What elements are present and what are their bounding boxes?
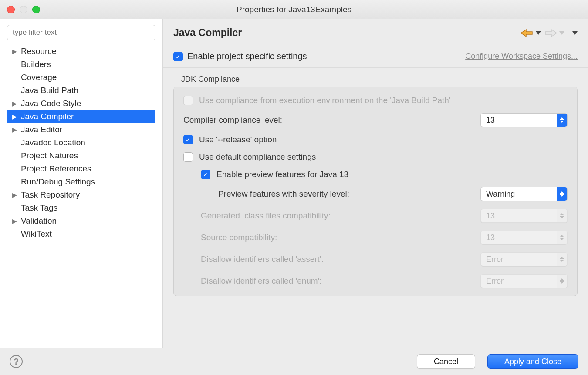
chevron-right-icon: ▶	[12, 100, 19, 107]
chevron-right-icon: ▶	[12, 126, 19, 133]
sidebar-item-java-editor[interactable]: ▶Java Editor	[10, 123, 162, 136]
disallow-enum-label: Disallow identifiers called 'enum':	[201, 276, 322, 286]
category-tree: ▶Resource▶Builders▶Coverage▶Java Build P…	[0, 45, 162, 241]
sidebar-item-javadoc-location[interactable]: ▶Javadoc Location	[10, 136, 162, 149]
sidebar-item-project-natures[interactable]: ▶Project Natures	[10, 149, 162, 162]
enable-project-specific-checkbox[interactable]: ✓ Enable project specific settings	[173, 51, 307, 61]
footer: ? Cancel Apply and Close	[0, 348, 588, 375]
sidebar-item-label: Resource	[19, 47, 56, 56]
preview-severity-label: Preview features with severity level:	[218, 189, 349, 199]
class-compat-label: Generated .class files compatibility:	[201, 211, 331, 221]
arrow-right-icon	[544, 28, 558, 38]
configure-workspace-link[interactable]: Configure Workspace Settings...	[465, 52, 578, 61]
sidebar-item-wikitext[interactable]: ▶WikiText	[10, 228, 162, 241]
sidebar-item-label: Task Repository	[19, 190, 80, 200]
preview-severity-select[interactable]: Warning	[480, 187, 568, 201]
sidebar-item-builders[interactable]: ▶Builders	[10, 58, 162, 71]
use-exec-env-label: Use compliance from execution environmen…	[199, 96, 451, 105]
sidebar-item-label: Validation	[19, 216, 57, 226]
sidebar-item-java-build-path[interactable]: ▶Java Build Path	[10, 84, 162, 97]
use-default-compliance-label: Use default compliance settings	[199, 152, 316, 162]
window-controls	[0, 6, 40, 13]
sidebar-item-label: Java Compiler	[19, 112, 74, 121]
use-release-checkbox[interactable]: ✓	[183, 135, 193, 144]
sidebar-item-label: Java Editor	[19, 125, 62, 134]
select-stepper-icon	[557, 188, 567, 201]
sidebar: ▶Resource▶Builders▶Coverage▶Java Build P…	[0, 19, 163, 348]
select-stepper-icon	[557, 209, 567, 222]
java-build-path-link[interactable]: 'Java Build Path'	[390, 96, 450, 105]
sidebar-item-label: Project References	[19, 164, 91, 174]
checkbox-icon: ✓	[173, 52, 183, 61]
sidebar-item-label: Java Build Path	[19, 86, 78, 95]
sidebar-item-task-tags[interactable]: ▶Task Tags	[10, 201, 162, 214]
jdk-compliance-group: Use compliance from execution environmen…	[173, 87, 578, 296]
chevron-right-icon: ▶	[12, 48, 19, 55]
enable-project-specific-label: Enable project specific settings	[187, 51, 307, 61]
sidebar-item-project-references[interactable]: ▶Project References	[10, 162, 162, 175]
chevron-down-icon	[536, 31, 541, 35]
use-release-label: Use '--release' option	[199, 135, 277, 144]
select-stepper-icon	[557, 253, 567, 266]
sidebar-item-java-compiler[interactable]: ▶Java Compiler	[7, 110, 155, 123]
chevron-right-icon: ▶	[12, 113, 19, 120]
titlebar: Properties for Java13Examples	[0, 0, 588, 19]
arrow-left-icon	[520, 28, 534, 38]
menu-dropdown-icon[interactable]	[572, 31, 578, 35]
apply-and-close-button[interactable]: Apply and Close	[487, 354, 578, 369]
help-button[interactable]: ?	[10, 355, 23, 368]
compliance-level-select[interactable]: 13	[480, 113, 568, 127]
select-stepper-icon	[557, 231, 567, 244]
enable-preview-label: Enable preview features for Java 13	[216, 170, 348, 179]
nav-icons	[520, 28, 578, 38]
nav-forward-button[interactable]	[544, 28, 564, 38]
minimize-window-button[interactable]	[20, 6, 27, 13]
sidebar-item-label: Task Tags	[19, 203, 57, 213]
sidebar-item-run-debug-settings[interactable]: ▶Run/Debug Settings	[10, 175, 162, 188]
sidebar-item-label: Project Natures	[19, 151, 78, 161]
use-exec-env-checkbox	[183, 96, 193, 105]
chevron-right-icon: ▶	[12, 191, 19, 198]
disallow-assert-label: Disallow identifiers called 'assert':	[201, 254, 324, 264]
sidebar-item-validation[interactable]: ▶Validation	[10, 214, 162, 228]
sidebar-item-label: Javadoc Location	[19, 138, 85, 147]
source-compat-select: 13	[480, 231, 568, 244]
disallow-enum-select: Error	[480, 274, 568, 288]
page-title: Java Compiler	[173, 27, 242, 39]
sidebar-item-label: Run/Debug Settings	[19, 177, 95, 187]
class-compat-select: 13	[480, 209, 568, 223]
main-panel: Java Compiler ✓ Enable project specific …	[163, 19, 588, 348]
enable-preview-checkbox[interactable]: ✓	[201, 170, 210, 179]
source-compat-label: Source compatibility:	[201, 233, 277, 242]
sidebar-item-label: Builders	[19, 60, 51, 69]
use-default-compliance-checkbox[interactable]	[183, 152, 193, 162]
disallow-assert-select: Error	[480, 252, 568, 266]
nav-back-button[interactable]	[520, 28, 541, 38]
chevron-right-icon: ▶	[12, 218, 19, 224]
sidebar-item-coverage[interactable]: ▶Coverage	[10, 71, 162, 84]
filter-input[interactable]	[7, 25, 155, 40]
jdk-compliance-group-label: JDK Compliance	[173, 75, 578, 87]
chevron-down-icon	[559, 31, 564, 35]
sidebar-item-resource[interactable]: ▶Resource	[10, 45, 162, 58]
cancel-button[interactable]: Cancel	[417, 354, 475, 369]
close-window-button[interactable]	[7, 6, 15, 13]
sidebar-item-label: Coverage	[19, 73, 57, 82]
select-stepper-icon	[557, 114, 567, 127]
sidebar-item-task-repository[interactable]: ▶Task Repository	[10, 188, 162, 201]
sidebar-item-label: WikiText	[19, 229, 52, 239]
sidebar-item-label: Java Code Style	[19, 99, 81, 108]
compliance-level-label: Compiler compliance level:	[183, 115, 282, 125]
window-title: Properties for Java13Examples	[237, 5, 351, 14]
select-stepper-icon	[557, 275, 567, 288]
maximize-window-button[interactable]	[32, 6, 40, 13]
sidebar-item-java-code-style[interactable]: ▶Java Code Style	[10, 97, 162, 110]
